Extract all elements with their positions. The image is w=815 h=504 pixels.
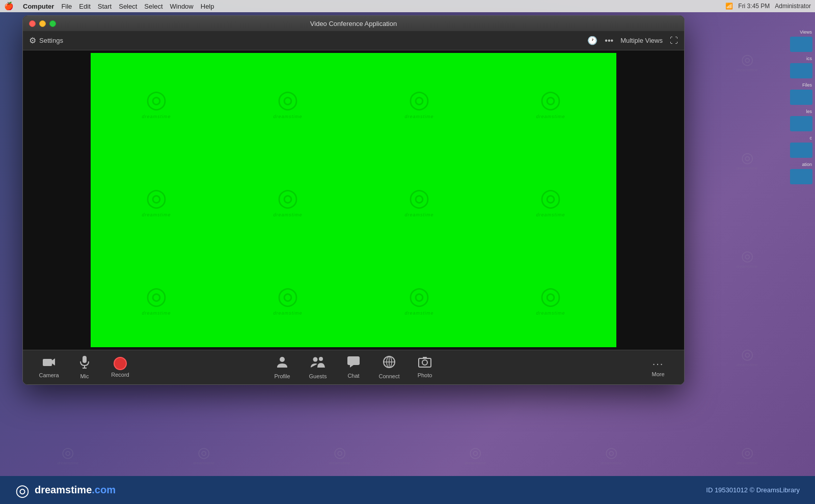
toolbar: Camera Mic Record [23,350,684,384]
dreamstime-logo: ◎ dreamstime.com [15,481,116,500]
sidebar-c-label: c [787,135,815,141]
menu-edit[interactable]: Edit [79,3,90,10]
connect-button[interactable]: Connect [371,353,407,381]
menu-file[interactable]: File [61,3,72,10]
svg-point-7 [319,357,323,361]
menu-help[interactable]: Help [201,3,214,10]
wifi-icon: 📶 [725,3,733,10]
sidebar-btn-6[interactable] [790,169,812,184]
menu-computer[interactable]: Computer [23,3,54,10]
guests-icon [310,355,325,372]
camera-button[interactable]: Camera [31,354,67,380]
app-header: ⚙ Settings 🕐 ••• Multiple Views ⛶ [23,31,684,50]
green-screen-video: ◎dreamstime ◎dreamstime ◎dreamstime ◎dre… [91,53,616,347]
video-area: ◎dreamstime ◎dreamstime ◎dreamstime ◎dre… [23,50,684,350]
sidebar-btn-1[interactable] [790,37,812,52]
sidebar-btn-3[interactable] [790,90,812,105]
sidebar-btn-2[interactable] [790,63,812,78]
record-icon [114,357,127,370]
chat-icon [347,356,360,371]
more-label: More [651,371,664,377]
mic-icon [79,355,90,372]
svg-point-15 [422,360,427,365]
profile-label: Profile [274,373,290,379]
title-bar: Video Conference Application [23,16,684,31]
profile-button[interactable]: Profile [264,353,300,381]
clock-icon[interactable]: 🕐 [587,36,597,45]
apple-menu-icon[interactable]: 🍎 [4,2,14,11]
svg-rect-2 [83,356,87,363]
header-right: 🕐 ••• Multiple Views ⛶ [587,36,678,45]
dreamstime-id: ID 195301012 © DreamsLibrary [706,486,800,494]
profile-icon [276,355,289,372]
photo-button[interactable]: Photo [407,354,443,380]
gear-icon: ⚙ [29,36,36,45]
minimize-button[interactable] [39,20,46,27]
dreamstime-spiral-icon: ◎ [15,481,30,500]
svg-point-5 [280,357,285,362]
svg-marker-9 [350,365,354,368]
svg-marker-1 [52,358,55,366]
photo-label: Photo [418,372,432,378]
menubar-right: 📶 Fri 3:45 PM Administrator [725,3,811,10]
svg-rect-8 [347,356,360,365]
views-label: Multiple Views [620,37,663,44]
close-button[interactable] [29,20,36,27]
camera-label: Camera [39,372,59,378]
mic-label: Mic [80,373,89,379]
more-dots-icon[interactable]: ••• [605,36,613,45]
green-screen-watermark: ◎dreamstime ◎dreamstime ◎dreamstime ◎dre… [91,53,616,347]
sidebar-views-label: Views [787,30,815,35]
settings-label: Settings [39,37,63,44]
more-button[interactable]: ··· More [640,356,676,379]
menubar-time: Fri 3:45 PM [738,3,770,10]
maximize-button[interactable] [49,20,56,27]
record-button[interactable]: Record [102,355,138,380]
chat-label: Chat [347,373,359,379]
app-content: ⚙ Settings 🕐 ••• Multiple Views ⛶ ◎dream… [23,31,684,384]
photo-icon [418,356,431,371]
menu-view[interactable]: Start [98,3,112,10]
sidebar-btn-5[interactable] [790,143,812,158]
menubar: 🍎 Computer File Edit Start Select Select… [0,0,815,12]
window-title: Video Conference Application [310,20,397,27]
sidebar-ation-label: ation [787,162,815,167]
guests-button[interactable]: Guests [300,353,336,381]
traffic-lights [29,20,56,27]
sidebar-files-label: Files [787,82,815,88]
fullscreen-icon[interactable]: ⛶ [670,36,678,45]
svg-rect-0 [43,359,52,366]
toolbar-left: Camera Mic Record [31,353,138,381]
menubar-user: Administrator [775,3,811,10]
connect-label: Connect [379,373,400,379]
menu-window[interactable]: Window [170,3,194,10]
dreamstime-brand: dreamstime.com [35,484,116,496]
app-window: Video Conference Application ⚙ Settings … [22,15,685,385]
sidebar-btn-4[interactable] [790,116,812,131]
settings-area[interactable]: ⚙ Settings [29,36,63,45]
camera-icon [42,356,56,371]
right-sidebar: Views ics Files les c ation [787,27,815,184]
svg-point-6 [313,357,318,362]
menu-start[interactable]: Select [119,3,137,10]
more-dots-icon: ··· [653,358,664,370]
menu-select[interactable]: Select [144,3,162,10]
chat-button[interactable]: Chat [336,354,371,381]
toolbar-center: Profile Guests [264,353,443,381]
mic-button[interactable]: Mic [67,353,102,381]
sidebar-ics-label: ics [787,56,815,61]
svg-rect-16 [423,357,427,359]
connect-icon [383,355,396,372]
dreamstime-footer: ◎ dreamstime.com ID 195301012 © DreamsLi… [0,476,815,504]
record-label: Record [111,372,129,378]
guests-label: Guests [309,373,327,379]
sidebar-les-label: les [787,109,815,114]
